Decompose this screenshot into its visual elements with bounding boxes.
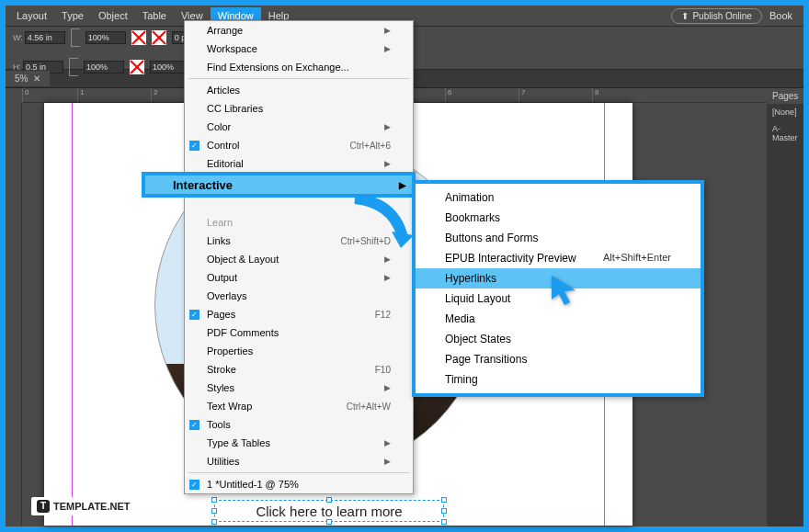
link-icon[interactable] — [71, 28, 80, 47]
text-frame[interactable]: Click here to learn more — [214, 500, 444, 522]
menu-color[interactable]: Color▶ — [185, 118, 413, 136]
handle-lm[interactable] — [211, 508, 217, 514]
menu-object-layout[interactable]: Object & Layout▶ — [185, 250, 413, 268]
upload-icon: ⬆ — [681, 11, 689, 21]
submenu-arrow-icon: ▶ — [384, 159, 391, 168]
menu-pages[interactable]: ✓PagesF12 — [185, 305, 413, 323]
menu-layout[interactable]: Layout — [9, 7, 54, 24]
submenu-arrow-icon: ▶ — [384, 383, 391, 392]
close-icon[interactable]: ✕ — [33, 74, 40, 84]
menu-stroke[interactable]: StrokeF10 — [185, 360, 413, 379]
menu-interactive-highlighted[interactable]: Interactive▶ — [142, 172, 416, 198]
submenu-bookmarks[interactable]: Bookmarks — [416, 208, 701, 228]
menu-pdf-comments[interactable]: PDF Comments — [185, 323, 413, 342]
submenu-buttons-forms[interactable]: Buttons and Forms — [416, 228, 701, 248]
handle-tr[interactable] — [441, 497, 447, 503]
watermark: T TEMPLATE.NET — [31, 497, 136, 515]
document-tab[interactable]: 5%✕ — [6, 71, 50, 86]
menu-tools[interactable]: ✓Tools — [185, 415, 413, 434]
annotation-arrow-icon — [348, 195, 421, 250]
submenu-arrow-icon: ▶ — [384, 457, 391, 466]
handle-rm[interactable] — [441, 508, 447, 514]
menu-output[interactable]: Output▶ — [185, 268, 413, 287]
submenu-arrow-icon: ▶ — [384, 122, 391, 131]
watermark-text: TEMPLATE.NET — [53, 501, 131, 512]
submenu-animation[interactable]: Animation — [416, 187, 701, 208]
menu-control[interactable]: ✓ControlCtrl+Alt+6 — [185, 136, 413, 154]
submenu-media[interactable]: Media — [416, 309, 701, 329]
submenu-timing[interactable]: Timing — [416, 369, 701, 390]
stroke-none-icon[interactable] — [152, 30, 166, 45]
handle-tl[interactable] — [211, 497, 217, 503]
handle-tm[interactable] — [326, 497, 332, 503]
pages-panel-tab[interactable]: Pages — [767, 88, 803, 104]
submenu-arrow-icon: ▶ — [384, 44, 391, 53]
menu-arrange[interactable]: Arrange▶ — [185, 21, 413, 40]
handle-bl[interactable] — [211, 519, 217, 525]
submenu-arrow-icon: ▶ — [384, 438, 391, 447]
scale-x-input[interactable] — [85, 31, 126, 44]
menu-workspace[interactable]: Workspace▶ — [185, 40, 413, 58]
menu-object[interactable]: Object — [91, 7, 135, 24]
menu-doc-1[interactable]: ✓1 *Untitled-1 @ 75% — [185, 475, 413, 493]
submenu-arrow-icon: ▶ — [384, 255, 391, 264]
check-icon: ✓ — [189, 480, 199, 490]
check-icon: ✓ — [189, 141, 199, 151]
submenu-arrow-icon: ▶ — [384, 26, 391, 35]
menu-find-extensions[interactable]: Find Extensions on Exchange... — [185, 58, 413, 76]
menu-cc-libraries[interactable]: CC Libraries — [185, 99, 413, 118]
cursor-arrow-icon — [550, 274, 581, 307]
submenu-page-transitions[interactable]: Page Transitions — [416, 349, 701, 369]
text-content: Click here to learn more — [256, 504, 402, 519]
publish-online-button[interactable]: ⬆Publish Online — [671, 8, 761, 24]
window-menu: Arrange▶ Workspace▶ Find Extensions on E… — [184, 20, 414, 494]
svg-marker-1 — [552, 276, 575, 305]
handle-bm[interactable] — [326, 519, 332, 525]
submenu-arrow-icon: ▶ — [399, 180, 406, 190]
scale-y-input[interactable] — [84, 61, 124, 74]
menu-type-tables[interactable]: Type & Tables▶ — [185, 434, 413, 452]
width-input[interactable] — [25, 31, 65, 44]
master-none[interactable]: [None] — [767, 104, 803, 120]
menu-table[interactable]: Table — [135, 7, 174, 24]
submenu-object-states[interactable]: Object States — [416, 329, 701, 349]
handle-br[interactable] — [441, 519, 447, 525]
link-icon-2[interactable] — [69, 58, 78, 76]
width-label: W: — [13, 33, 23, 42]
submenu-epub-preview[interactable]: EPUB Interactivity PreviewAlt+Shift+Ente… — [416, 248, 701, 268]
menu-overlays[interactable]: Overlays — [185, 287, 413, 305]
menu-utilities[interactable]: Utilities▶ — [185, 452, 413, 470]
check-icon: ✓ — [189, 310, 199, 320]
workspace-selector[interactable]: Book — [762, 7, 800, 24]
check-icon: ✓ — [189, 420, 199, 430]
master-a[interactable]: A-Master — [767, 120, 803, 146]
fill-none-icon[interactable] — [131, 30, 146, 45]
panels-dock: Pages [None] A-Master — [767, 88, 803, 526]
vertical-ruler — [6, 103, 22, 526]
menu-styles[interactable]: Styles▶ — [185, 379, 413, 397]
swap-none-icon[interactable] — [130, 60, 144, 74]
menu-text-wrap[interactable]: Text WrapCtrl+Alt+W — [185, 397, 413, 415]
template-icon: T — [37, 500, 50, 513]
menu-articles[interactable]: Articles — [185, 81, 413, 99]
menu-properties[interactable]: Properties — [185, 342, 413, 360]
submenu-arrow-icon: ▶ — [384, 273, 391, 282]
svg-marker-0 — [392, 232, 414, 248]
menu-type[interactable]: Type — [54, 7, 91, 24]
menu-editorial[interactable]: Editorial▶ — [185, 154, 413, 173]
